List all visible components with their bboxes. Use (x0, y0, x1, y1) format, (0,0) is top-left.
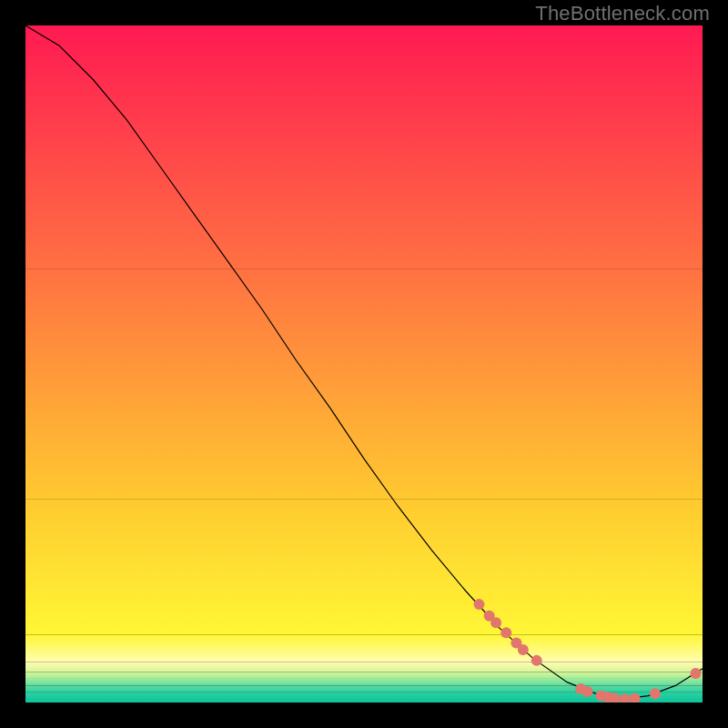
chart-container: TheBottleneck.com (0, 0, 728, 728)
plot-area (25, 25, 703, 703)
gradient-band (25, 500, 703, 635)
gradient-band (25, 679, 703, 685)
gradient-band (25, 25, 703, 269)
data-marker (473, 599, 484, 610)
data-marker (691, 668, 702, 679)
chart-svg (25, 25, 703, 703)
data-marker (650, 688, 661, 699)
data-marker (582, 686, 593, 697)
data-marker (500, 627, 511, 638)
data-marker (531, 655, 542, 666)
gradient-band (25, 672, 703, 679)
data-marker (518, 644, 529, 655)
data-marker (490, 617, 501, 628)
watermark-text: TheBottleneck.com (535, 2, 710, 25)
gradient-band (25, 635, 703, 662)
gradient-band (25, 269, 703, 500)
gradient-band (25, 662, 703, 672)
